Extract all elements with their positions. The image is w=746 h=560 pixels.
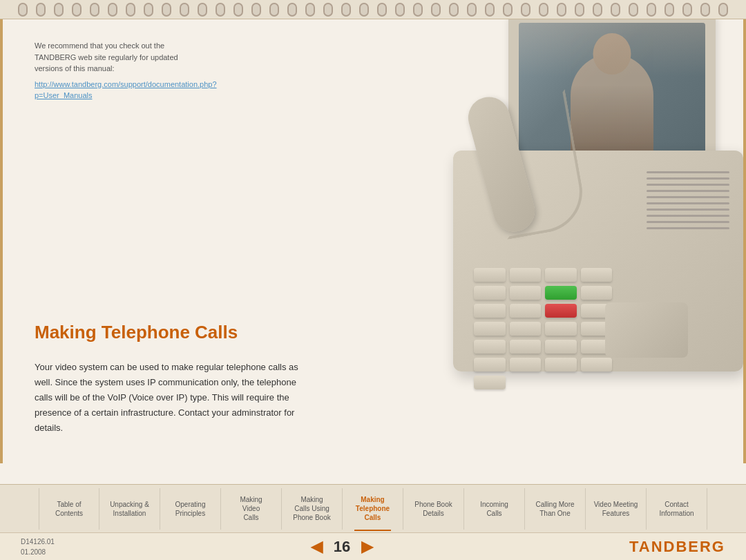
spiral-ring: [341, 3, 351, 17]
doc-date: 01.2008: [21, 547, 55, 557]
key-9: [510, 304, 542, 318]
key-12: [510, 322, 542, 336]
spiral-ring: [180, 3, 189, 17]
key-red: [545, 304, 577, 318]
spiral-ring: [323, 3, 333, 17]
phone-device: TANDBERG: [370, 19, 743, 413]
key-19: [474, 358, 506, 371]
spiral-ring: [216, 3, 225, 17]
spiral-ring: [664, 3, 674, 17]
spiral-ring: [72, 3, 82, 17]
right-border-accent: [743, 19, 746, 463]
section-title: Making Telephone Calls: [35, 322, 332, 343]
spiral-ring: [359, 3, 369, 17]
doc-number: D14126.01: [21, 537, 55, 547]
key-23: [474, 376, 506, 389]
spiral-ring: [449, 3, 459, 17]
spiral-ring: [54, 3, 64, 17]
key-green: [545, 286, 577, 300]
speaker-line-1: [647, 171, 729, 173]
spiral-binding: [0, 0, 746, 19]
main-text-area: Making Telephone Calls Your video system…: [35, 322, 332, 436]
key-7: [581, 286, 613, 300]
footer: D14126.01 01.2008 ◀ 16 ▶ TANDBERG: [0, 532, 746, 560]
nav-item-video-meeting-features[interactable]: Video MeetingFeatures: [586, 488, 647, 530]
nav-item-making-video-calls[interactable]: MakingVideoCalls: [221, 488, 282, 530]
key-20: [510, 358, 542, 371]
key-2: [510, 268, 542, 282]
spiral-ring: [467, 3, 477, 17]
nav-item-incoming-calls[interactable]: IncomingCalls: [464, 488, 525, 530]
nav-item-making-telephone-calls[interactable]: MakingTelephoneCalls: [343, 488, 403, 530]
speaker-line-7: [647, 209, 729, 211]
spiral-ring: [485, 3, 495, 17]
body-text: Your video system can be used to make re…: [35, 360, 311, 436]
speaker-line-4: [647, 190, 729, 192]
speaker-line-10: [647, 227, 729, 229]
nav-item-table-of-contents[interactable]: Table ofContents: [39, 488, 99, 530]
spiral-ring: [521, 3, 530, 17]
nav-stand: [605, 302, 688, 358]
spiral-ring: [162, 3, 171, 17]
spiral-ring: [198, 3, 207, 17]
brand-logo: TANDBERG: [629, 538, 725, 556]
nav-item-contact-information[interactable]: ContactInformation: [647, 488, 707, 530]
key-11: [474, 322, 506, 336]
page-number: 16: [334, 538, 350, 556]
spiral-ring: [575, 3, 584, 17]
spiral-ring: [629, 3, 638, 17]
key-17: [545, 340, 577, 354]
key-3: [545, 268, 577, 282]
key-1: [474, 268, 506, 282]
spiral-ring: [233, 3, 243, 17]
spiral-ring: [718, 3, 728, 17]
spiral-ring: [251, 3, 261, 17]
footer-pagination: ◀ 16 ▶: [311, 538, 373, 556]
nav-item-phone-book-details[interactable]: Phone BookDetails: [403, 488, 464, 530]
speaker-line-5: [647, 196, 729, 198]
sidebar-section: We recommend that you check out the TAND…: [35, 40, 186, 102]
speaker-line-8: [647, 215, 729, 217]
nav-item-unpacking-installation[interactable]: Unpacking &Installation: [99, 488, 160, 530]
speaker-line-6: [647, 202, 729, 204]
spiral-ring: [18, 3, 28, 17]
spiral-ring: [539, 3, 548, 17]
spiral-ring: [503, 3, 513, 17]
sidebar-intro-text: We recommend that you check out the TAND…: [35, 41, 178, 73]
key-4: [581, 268, 613, 282]
spiral-ring: [611, 3, 620, 17]
left-border-accent: [0, 19, 3, 463]
key-13: [545, 322, 577, 336]
spiral-ring: [144, 3, 153, 17]
next-page-button[interactable]: ▶: [361, 538, 373, 556]
phone-base: [453, 151, 743, 371]
nav-item-calling-more-than-one[interactable]: Calling MoreThan One: [525, 488, 586, 530]
tandberg-link[interactable]: http://www.tandberg.com/support/document…: [35, 79, 186, 102]
spiral-ring: [413, 3, 423, 17]
spiral-ring: [36, 3, 46, 17]
spiral-ring: [647, 3, 656, 17]
spiral-ring: [395, 3, 405, 17]
nav-item-operating-principles[interactable]: OperatingPrinciples: [160, 488, 221, 530]
speaker-line-2: [647, 177, 729, 180]
key-22: [581, 358, 613, 371]
prev-page-button[interactable]: ◀: [311, 538, 323, 556]
spiral-ring: [90, 3, 99, 17]
spiral-ring: [126, 3, 135, 17]
key-6: [510, 286, 542, 300]
spiral-ring: [287, 3, 297, 17]
key-21: [545, 358, 577, 371]
key-5: [474, 286, 506, 300]
spiral-ring: [700, 3, 710, 17]
spiral-ring: [108, 3, 117, 17]
speaker-line-3: [647, 184, 729, 186]
spiral-ring: [557, 3, 566, 17]
speaker-grille: [647, 171, 729, 226]
person-head: [593, 33, 631, 75]
key-16: [510, 340, 542, 354]
key-8: [474, 304, 506, 318]
phone-image-area: TANDBERG: [343, 19, 743, 463]
spiral-ring: [682, 3, 692, 17]
page-content: We recommend that you check out the TAND…: [0, 19, 746, 463]
nav-item-making-calls-using-phone-book[interactable]: MakingCalls UsingPhone Book: [282, 488, 343, 530]
